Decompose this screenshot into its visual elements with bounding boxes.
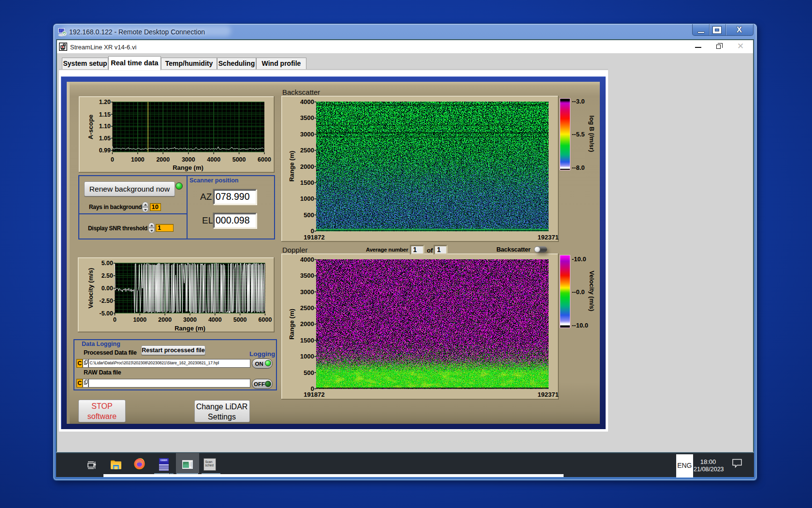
svg-text:191872: 191872: [304, 233, 324, 240]
svg-text:2000: 2000: [300, 320, 314, 328]
svg-text:5.00: 5.00: [101, 260, 113, 267]
svg-text:2.50: 2.50: [101, 272, 113, 279]
svg-text:Range (m): Range (m): [288, 150, 295, 181]
svg-text:500: 500: [304, 369, 314, 376]
svg-text:1500: 1500: [300, 179, 314, 186]
svg-text:1000: 1000: [300, 353, 314, 360]
svg-text:1000: 1000: [131, 156, 145, 163]
svg-text:2000: 2000: [156, 156, 170, 163]
svg-text:1500: 1500: [300, 337, 314, 344]
svg-text:1000: 1000: [133, 316, 146, 323]
svg-text:1.05: 1.05: [99, 135, 111, 142]
svg-text:Scan: Scan: [205, 460, 213, 463]
svg-text:192371: 192371: [537, 233, 558, 240]
svg-text:6000: 6000: [258, 316, 272, 323]
svg-text:3000: 3000: [300, 288, 314, 296]
svg-text:sched: sched: [205, 463, 214, 467]
svg-text:191872: 191872: [304, 391, 324, 398]
svg-text:3500: 3500: [300, 272, 314, 279]
svg-text:5000: 5000: [233, 316, 246, 323]
svg-text:0.00: 0.00: [101, 285, 113, 292]
svg-text:500: 500: [304, 211, 314, 218]
svg-text:Velocity (m/s): Velocity (m/s): [87, 268, 94, 308]
svg-text:1000: 1000: [300, 195, 314, 202]
svg-text:GEEK: GEEK: [160, 459, 168, 462]
svg-text:0: 0: [113, 316, 116, 323]
svg-text:1.15: 1.15: [99, 111, 111, 118]
svg-text:A-scope: A-scope: [87, 115, 94, 139]
svg-text:3000: 3000: [183, 316, 197, 323]
svg-text:3500: 3500: [300, 114, 314, 121]
svg-text:-5.00: -5.00: [99, 310, 113, 316]
svg-text:-2.50: -2.50: [99, 297, 113, 304]
svg-text:0: 0: [111, 156, 114, 163]
svg-text:192371: 192371: [537, 391, 558, 398]
svg-text:4000: 4000: [208, 316, 221, 323]
svg-text:0.99: 0.99: [99, 147, 111, 154]
svg-text:2500: 2500: [300, 304, 314, 312]
svg-text:2500: 2500: [300, 147, 314, 154]
svg-text:3000: 3000: [182, 156, 195, 163]
svg-text:Range (m): Range (m): [174, 324, 205, 331]
svg-text:4000: 4000: [300, 98, 314, 105]
svg-text:4000: 4000: [300, 256, 314, 263]
svg-text:3000: 3000: [300, 130, 314, 137]
svg-text:Range (m): Range (m): [288, 309, 295, 340]
svg-text:1.10: 1.10: [99, 123, 111, 130]
svg-text:2000: 2000: [300, 163, 314, 170]
svg-text:1.20: 1.20: [99, 99, 111, 105]
svg-text:5000: 5000: [232, 156, 246, 163]
svg-text:Range (m): Range (m): [173, 164, 203, 171]
svg-text:4000: 4000: [207, 156, 220, 163]
svg-text:6000: 6000: [258, 156, 271, 163]
svg-text:2000: 2000: [158, 316, 172, 323]
